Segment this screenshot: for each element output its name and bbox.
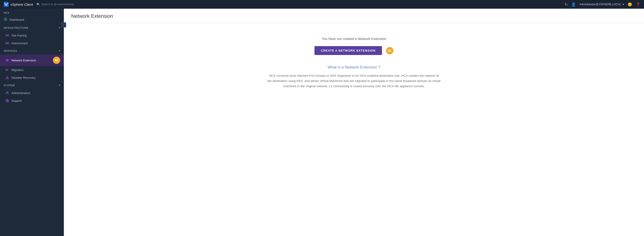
page-title: Network Extension <box>71 13 637 19</box>
sidebar-item-administration[interactable]: Administration <box>0 89 64 97</box>
infrastructure-section-header[interactable]: Infrastructure ▾ <box>0 24 64 32</box>
empty-state: You have not created a Network Extension… <box>263 37 445 89</box>
services-chevron: ▾ <box>59 49 60 52</box>
sidebar-item-site-pairing[interactable]: Site Pairing <box>0 32 64 39</box>
empty-state-text: You have not created a Network Extension <box>322 37 386 41</box>
svg-point-9 <box>7 78 8 79</box>
system-section: System ▾ Administration <box>0 82 64 105</box>
main-layout: ‹ HCX Dashboard Infrastructure ▾ <box>0 9 644 236</box>
migration-icon <box>6 68 9 72</box>
sidebar-item-support[interactable]: Support <box>0 97 64 105</box>
topbar: vSphere Client 🔍 Search in all environme… <box>0 0 644 9</box>
vsphere-logo-icon <box>4 2 9 7</box>
system-label: System <box>4 84 14 87</box>
system-chevron: ▾ <box>59 84 60 87</box>
sidebar-item-network-extension[interactable]: Network Extension 80 <box>0 55 64 66</box>
svg-rect-5 <box>8 43 9 44</box>
search-icon: 🔍 <box>36 3 40 6</box>
services-section: Services ▾ Network Extension <box>0 47 64 82</box>
user-icon[interactable]: 👤 <box>571 2 576 7</box>
dashboard-label: Dashboard <box>10 18 24 22</box>
svg-point-3 <box>8 35 9 36</box>
site-pairing-label: Site Pairing <box>12 34 26 37</box>
infrastructure-chevron: ▾ <box>59 26 60 29</box>
sidebar: HCX Dashboard Infrastructure ▾ <box>0 9 64 236</box>
app-name-label: vSphere Client <box>10 3 33 7</box>
infrastructure-label: Infrastructure <box>4 27 28 29</box>
sidebar-collapse-button[interactable]: ‹ <box>61 22 66 27</box>
svg-point-10 <box>6 92 8 93</box>
user-info[interactable]: Administrator@VSPHERE.LOCAL ▾ <box>580 3 624 6</box>
avatar-icon[interactable]: 😊 <box>628 2 632 7</box>
disaster-recovery-label: Disaster Recovery <box>12 76 36 79</box>
administration-icon <box>6 91 9 95</box>
network-extension-label: Network Extension <box>12 59 36 62</box>
page-header: Network Extension <box>64 9 644 23</box>
svg-point-12 <box>7 100 8 101</box>
user-name: Administrator@VSPHERE.LOCAL <box>580 3 621 6</box>
svg-rect-4 <box>6 43 7 44</box>
system-section-header[interactable]: System ▾ <box>0 82 64 89</box>
search-area[interactable]: 🔍 Search in all environments <box>36 3 561 6</box>
support-label: Support <box>12 99 22 102</box>
svg-rect-0 <box>4 2 9 7</box>
svg-point-2 <box>6 35 7 36</box>
create-network-extension-button[interactable]: CREATE A NETWORK EXTENSION <box>314 46 382 55</box>
network-extension-icon <box>6 58 9 62</box>
create-btn-badge: 81 <box>386 47 394 54</box>
dashboard-icon <box>4 18 7 22</box>
infrastructure-section: Infrastructure ▾ Site Pairing <box>0 24 64 47</box>
topbar-right: ↻ 👤 Administrator@VSPHERE.LOCAL ▾ 😊 ❓ <box>565 2 640 7</box>
administration-label: Administration <box>12 91 30 95</box>
sidebar-item-migration[interactable]: Migration <box>0 66 64 74</box>
interconnect-label: Interconnect <box>12 42 28 45</box>
hcx-label: HCX <box>0 9 64 16</box>
main-content: Network Extension You have not created a… <box>64 9 644 236</box>
migration-label: Migration <box>12 68 24 72</box>
support-icon <box>6 99 9 102</box>
create-btn-row: CREATE A NETWORK EXTENSION 81 <box>314 46 394 55</box>
interconnect-icon <box>6 41 9 45</box>
network-extension-badge: 80 <box>53 57 60 64</box>
disaster-recovery-icon <box>6 76 9 79</box>
user-chevron: ▾ <box>622 3 624 6</box>
services-label: Services <box>4 50 17 52</box>
refresh-icon[interactable]: ↻ <box>565 2 568 7</box>
sidebar-item-dashboard[interactable]: Dashboard <box>0 16 64 24</box>
sidebar-item-interconnect[interactable]: Interconnect <box>0 39 64 47</box>
search-placeholder: Search in all environments <box>42 3 74 6</box>
info-description: HCX connects local vSphere Port Groups o… <box>267 73 440 89</box>
services-section-header[interactable]: Services ▾ <box>0 47 64 55</box>
help-icon[interactable]: ❓ <box>636 2 640 7</box>
sidebar-item-disaster-recovery[interactable]: Disaster Recovery <box>0 74 64 82</box>
info-section: What is a Network Extension ? HCX connec… <box>267 65 440 89</box>
info-title: What is a Network Extension ? <box>267 65 440 70</box>
site-pairing-icon <box>6 34 9 37</box>
svg-point-7 <box>6 69 7 71</box>
page-body: You have not created a Network Extension… <box>64 23 644 236</box>
app-logo: vSphere Client <box>4 2 33 7</box>
svg-point-6 <box>7 60 8 61</box>
